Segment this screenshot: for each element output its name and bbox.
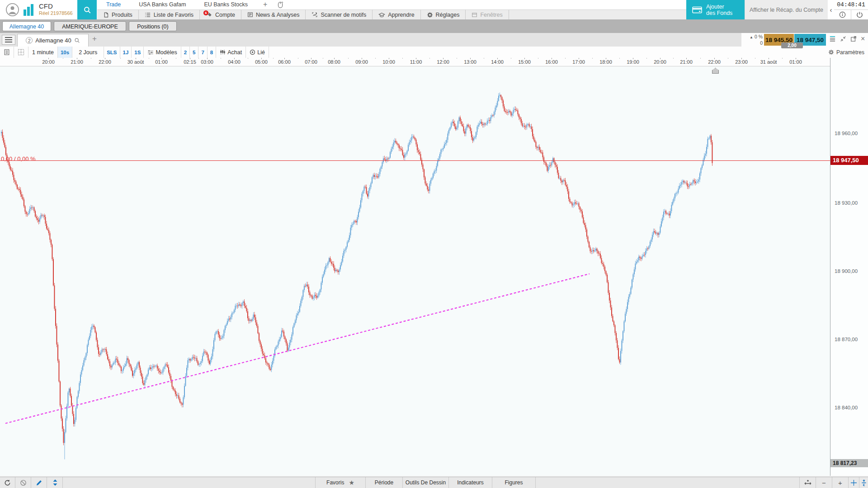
top-tab-trade[interactable]: Trade — [97, 0, 130, 9]
search-button[interactable] — [77, 0, 97, 19]
add-tab-button[interactable]: + — [257, 0, 274, 9]
time-minor-tick — [728, 58, 728, 59]
time-tick — [470, 58, 471, 59]
chart-tab-allemagne40[interactable]: 2 Allemagne 40 — [17, 34, 89, 47]
time-minor-tick — [176, 58, 176, 59]
crosshair-button[interactable] — [848, 477, 859, 488]
info-button[interactable] — [834, 10, 851, 19]
auto-scale-button[interactable] — [47, 477, 63, 488]
show-account-summary-button[interactable]: Afficher le Récap. du Compte — [745, 0, 828, 19]
time-tick — [190, 58, 190, 59]
menu-compte[interactable]: 6 Compte — [200, 10, 241, 19]
model-2-button[interactable]: 2 — [181, 47, 190, 58]
chart-menu-button[interactable] — [2, 35, 15, 45]
disable-drawing-button[interactable] — [16, 477, 31, 488]
time-axis[interactable]: 20:0021:0022:0030 août01:0002:1503:0004:… — [0, 58, 868, 66]
workspace-tab-positions[interactable]: Positions (0) — [129, 21, 177, 31]
time-tick — [769, 58, 769, 59]
power-button[interactable] — [851, 10, 868, 19]
zoom-out-button[interactable]: − — [816, 477, 832, 488]
menu-news-analyses[interactable]: News & Analyses — [241, 10, 306, 19]
shortcut-1j-button[interactable]: 1J — [120, 47, 132, 58]
fit-vertical-button[interactable] — [859, 477, 868, 488]
collapse-chevron[interactable]: ‹ — [828, 0, 834, 19]
time-axis-label: 22:00 — [99, 59, 111, 65]
chart-tab-row: 2 Allemagne 40 + ▲ 0 % 0 18 945,50 18 94… — [0, 33, 868, 47]
credit-card-icon — [692, 6, 702, 14]
price-axis[interactable]: 18 947,50 18 817,23 18 960,0018 930,0018… — [830, 58, 868, 476]
time-minor-tick — [429, 58, 430, 59]
app-title: CFD — [39, 2, 53, 10]
reset-view-button[interactable] — [0, 477, 15, 488]
add-chart-button[interactable]: + — [92, 34, 97, 43]
time-axis-label: 10:00 — [382, 59, 395, 65]
session-controls — [834, 9, 868, 19]
chart-window-controls: × — [829, 35, 865, 42]
time-axis-label: 22:00 — [708, 59, 721, 65]
models-button[interactable]: Modèles — [144, 47, 181, 58]
star-icon: ★ — [349, 479, 354, 486]
outils-de-dessin-tab[interactable]: Outils De Dessin — [403, 477, 449, 488]
add-funds-button[interactable]: Ajouterdes Fonds — [686, 0, 745, 19]
time-axis-label: 11:00 — [410, 59, 422, 65]
menu-reglages[interactable]: Réglages — [421, 10, 466, 19]
menu-produits[interactable]: Produits — [97, 10, 139, 19]
time-tick — [105, 58, 105, 59]
price-axis-label: 18 960,00 — [835, 131, 858, 136]
workspace-tab-amerique-europe[interactable]: AMERIQUE-EUROPE — [54, 21, 126, 31]
chart-style-icon[interactable] — [829, 35, 836, 42]
top-bar: CFD Réel 21978566 Trade USA Banks Gafam … — [0, 0, 868, 19]
current-price-line[interactable] — [0, 160, 830, 161]
time-minor-tick — [755, 58, 755, 59]
workspace-tab-allemagne40[interactable]: Allemagne 40 — [2, 21, 51, 31]
time-tick — [161, 58, 162, 59]
time-tick — [234, 58, 235, 59]
indicateurs-tab[interactable]: Indicateurs — [449, 477, 492, 488]
magenta-trendline[interactable] — [5, 274, 590, 423]
model-5-button[interactable]: 5 — [190, 47, 198, 58]
chart-area[interactable]: 0,00 / 0,00 % — [0, 66, 830, 476]
position-pl-label: 0,00 / 0,00 % — [1, 155, 36, 162]
range-select[interactable]: 2 Jours — [72, 47, 104, 58]
expand-icon[interactable] — [850, 36, 857, 42]
time-minor-tick — [91, 58, 91, 59]
timeframe-10s-button[interactable]: 10s — [58, 47, 72, 58]
periode-tab[interactable]: Période — [366, 477, 403, 488]
fit-horizontal-button[interactable] — [799, 477, 816, 488]
zoom-in-button[interactable]: + — [832, 477, 848, 488]
time-tick — [284, 58, 285, 59]
shortcut-sls-button[interactable]: SLS — [104, 47, 120, 58]
top-tab-eu-banks[interactable]: EU Banks Stocks — [195, 0, 257, 9]
learn-icon — [378, 12, 385, 18]
change-arrow-icon: ▲ — [750, 35, 753, 39]
shortcut-1s-button[interactable]: 1S — [132, 47, 144, 58]
top-tab-usa-banks[interactable]: USA Banks Gafam — [130, 0, 195, 9]
favoris-tab[interactable]: Favoris ★ — [315, 477, 366, 488]
close-icon[interactable]: × — [861, 36, 865, 42]
time-axis-label: 20:00 — [654, 59, 666, 65]
draw-pencil-button[interactable] — [32, 477, 47, 488]
linked-button[interactable]: Lié — [246, 47, 269, 58]
menu-fenetres[interactable]: Fenêtres — [466, 10, 509, 19]
time-minor-tick — [619, 58, 620, 59]
menu-liste-de-favoris[interactable]: Liste de Favoris — [139, 10, 200, 19]
figures-tab[interactable]: Figures — [492, 477, 536, 488]
buy-mode-button[interactable]: Achat — [216, 47, 246, 58]
time-minor-tick — [348, 58, 349, 59]
minimize-icon[interactable] — [840, 36, 846, 42]
time-tick — [606, 58, 606, 59]
timeframe-select[interactable]: 1 minute — [28, 47, 58, 58]
model-8-button[interactable]: 8 — [208, 47, 216, 58]
menu-apprendre[interactable]: Apprendre — [373, 10, 420, 19]
user-avatar-icon[interactable] — [5, 3, 19, 17]
mouse-settings-icon[interactable] — [274, 1, 288, 9]
time-tick — [714, 58, 715, 59]
time-minor-tick — [592, 58, 593, 59]
order-list-icon[interactable] — [0, 47, 14, 58]
time-minor-tick — [673, 58, 674, 59]
parameters-button[interactable]: Paramètres — [828, 47, 864, 58]
menu-scanner-de-motifs[interactable]: Scanner de motifs — [306, 10, 373, 19]
model-7-button[interactable]: 7 — [198, 47, 207, 58]
time-axis-label: 18:00 — [599, 59, 612, 65]
layout-grid-icon[interactable] — [14, 47, 28, 58]
